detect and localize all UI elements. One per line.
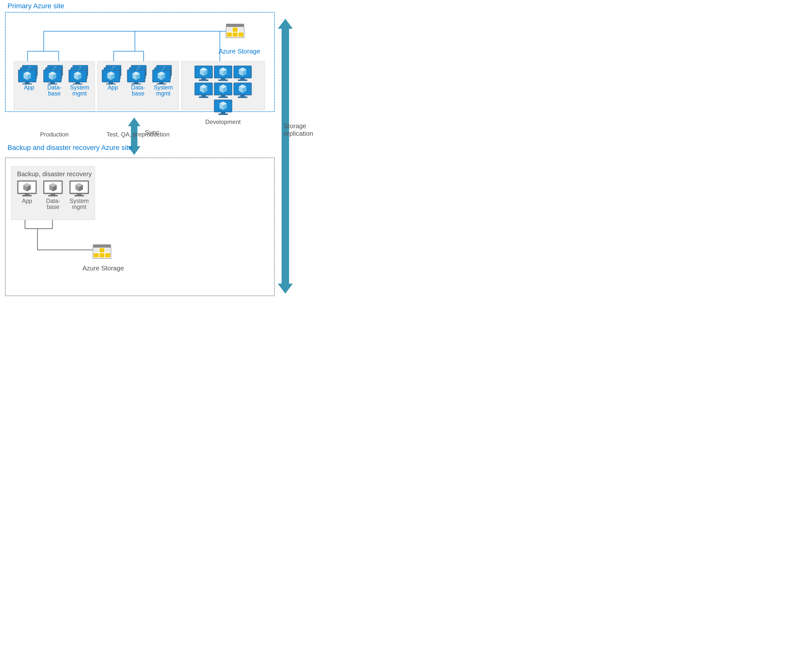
vm-icon bbox=[69, 181, 89, 197]
database-label: Data- base bbox=[40, 198, 66, 210]
storage-replication-label: Storage replication bbox=[284, 122, 313, 137]
azure-storage-backup-label: Azure Storage bbox=[83, 264, 124, 272]
svg-rect-13 bbox=[226, 24, 244, 27]
vm-stack-icon bbox=[127, 65, 149, 85]
database-label: Data- base bbox=[126, 85, 151, 96]
vm-icon bbox=[43, 181, 63, 197]
svg-rect-20 bbox=[238, 32, 243, 37]
vm-stack-icon bbox=[68, 65, 91, 85]
production-title: Production bbox=[17, 131, 92, 138]
development-env-box: Development bbox=[181, 61, 265, 110]
svg-rect-19 bbox=[233, 32, 238, 37]
svg-rect-28 bbox=[94, 248, 99, 252]
backup-env-title: Backup, disaster recovery bbox=[17, 170, 92, 178]
production-env-box: App Data- base System mgmt Production bbox=[14, 61, 95, 110]
backup-env-box: Backup, disaster recovery App Data- base… bbox=[11, 166, 95, 220]
azure-storage-backup-icon bbox=[93, 244, 111, 259]
vm-stack-icon bbox=[102, 65, 124, 85]
svg-marker-0 bbox=[278, 19, 293, 294]
vm-icon bbox=[233, 66, 252, 81]
vm-stack-icon bbox=[18, 65, 41, 85]
vm-icon bbox=[17, 181, 37, 197]
svg-rect-31 bbox=[94, 253, 99, 257]
azure-storage-primary-icon bbox=[226, 24, 244, 38]
app-label: App bbox=[17, 85, 42, 96]
vm-icon bbox=[194, 83, 213, 98]
system-mgmt-label: System mgmt bbox=[66, 198, 92, 210]
svg-rect-26 bbox=[93, 244, 111, 247]
svg-rect-18 bbox=[227, 32, 232, 37]
vm-icon bbox=[214, 83, 232, 98]
vm-stack-icon bbox=[152, 65, 175, 85]
svg-rect-33 bbox=[105, 253, 110, 257]
vm-icon bbox=[214, 100, 232, 115]
backup-connectors bbox=[5, 220, 130, 257]
svg-rect-17 bbox=[238, 27, 243, 32]
vm-icon bbox=[214, 66, 232, 81]
backup-site-title: Backup and disaster recovery Azure site bbox=[7, 144, 132, 152]
vm-icon bbox=[194, 66, 213, 81]
architecture-diagram: Storage replication Sync Primary Azure s… bbox=[5, 5, 370, 307]
svg-rect-16 bbox=[233, 27, 238, 32]
vm-stack-icon bbox=[43, 65, 66, 85]
vm-icon bbox=[233, 83, 252, 98]
app-label: App bbox=[100, 85, 125, 96]
svg-rect-32 bbox=[100, 253, 105, 257]
svg-rect-29 bbox=[100, 248, 105, 252]
test-env-box: App Data- base System mgmt Test, QA, pre… bbox=[98, 61, 179, 110]
test-title: Test, QA, preproduction bbox=[100, 131, 176, 138]
system-mgmt-label: System mgmt bbox=[151, 85, 176, 96]
svg-rect-30 bbox=[105, 248, 110, 252]
svg-rect-15 bbox=[227, 27, 232, 32]
development-title: Development bbox=[184, 118, 262, 125]
database-label: Data- base bbox=[42, 85, 67, 96]
storage-replication-arrow bbox=[278, 19, 293, 294]
system-mgmt-label: System mgmt bbox=[67, 85, 92, 96]
app-label: App bbox=[14, 198, 40, 210]
azure-storage-primary-label: Azure Storage bbox=[219, 47, 260, 55]
